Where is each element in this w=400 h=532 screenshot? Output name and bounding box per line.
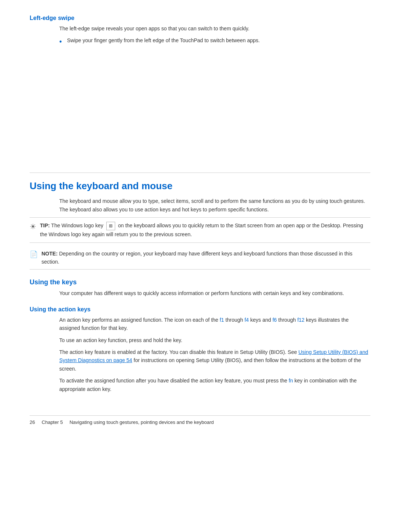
left-edge-swipe-heading: Left-edge swipe bbox=[30, 15, 370, 21]
tip-sun-icon: ☀ bbox=[30, 222, 36, 231]
action-keys-para3: The action key feature is enabled at the… bbox=[59, 348, 370, 373]
tip-box: ☀ TIP: The Windows logo key ⊞ on the key… bbox=[30, 217, 370, 243]
note-box: 📄 NOTE: Depending on the country or regi… bbox=[30, 247, 370, 270]
keyboard-mouse-heading: Using the keyboard and mouse bbox=[30, 180, 370, 192]
action-keys-para1: An action key performs an assigned funct… bbox=[59, 316, 370, 332]
using-action-keys-heading: Using the action keys bbox=[30, 306, 370, 313]
tip-content: TIP: The Windows logo key ⊞ on the keybo… bbox=[40, 221, 370, 239]
note-page-icon: 📄 bbox=[30, 250, 38, 258]
tip-text-body: The Windows logo key ⊞ on the keyboard a… bbox=[40, 222, 363, 237]
keyboard-mouse-section: Using the keyboard and mouse The keyboar… bbox=[30, 180, 370, 269]
bullet-text-swipe: Swipe your finger gently from the left e… bbox=[67, 36, 260, 44]
using-action-keys-section: Using the action keys An action key perf… bbox=[30, 306, 370, 393]
note-text: Depending on the country or region, your… bbox=[41, 251, 352, 265]
note-content: NOTE: Depending on the country or region… bbox=[41, 250, 370, 266]
left-edge-swipe-description: The left-edge swipe reveals your open ap… bbox=[59, 24, 370, 33]
action-keys-para4: To activate the assigned function after … bbox=[59, 377, 370, 393]
windows-key-box: ⊞ bbox=[106, 222, 115, 230]
section-divider-1 bbox=[30, 173, 370, 173]
bullet-dot-icon: • bbox=[59, 36, 62, 47]
left-edge-swipe-section: Left-edge swipe The left-edge swipe reve… bbox=[30, 15, 370, 47]
footer-chapter-text: Navigating using touch gestures, pointin… bbox=[70, 419, 214, 425]
keyboard-mouse-description: The keyboard and mouse allow you to type… bbox=[59, 197, 370, 214]
footer: 26 Chapter 5 Navigating using touch gest… bbox=[30, 415, 370, 425]
bullet-item-swipe: • Swipe your finger gently from the left… bbox=[59, 36, 370, 47]
footer-page-number: 26 bbox=[30, 419, 35, 425]
action-keys-para2: To use an action key function, press and… bbox=[59, 336, 370, 344]
using-keys-description: Your computer has different ways to quic… bbox=[59, 289, 370, 297]
tip-label: TIP: bbox=[40, 222, 50, 228]
using-keys-section: Using the keys Your computer has differe… bbox=[30, 278, 370, 297]
note-label: NOTE: bbox=[41, 251, 58, 257]
using-keys-heading: Using the keys bbox=[30, 278, 370, 286]
footer-chapter: Chapter 5 bbox=[42, 419, 63, 425]
